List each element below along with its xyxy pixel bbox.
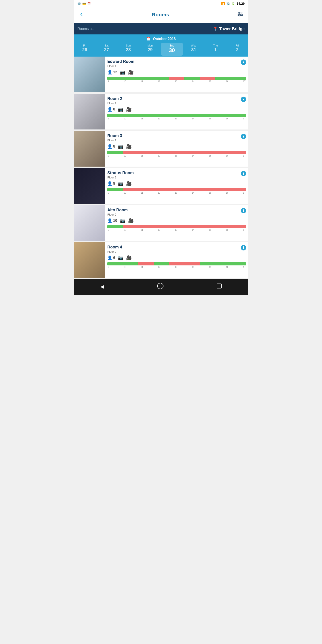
slot-label: 10 bbox=[124, 80, 126, 83]
slot-label: 9 bbox=[108, 229, 109, 231]
nav-home-icon bbox=[157, 283, 164, 289]
slot-label: 15 bbox=[209, 266, 211, 268]
day-num: 27 bbox=[96, 47, 117, 52]
info-button[interactable]: i bbox=[240, 96, 246, 104]
time-slot bbox=[184, 262, 200, 266]
time-slot bbox=[169, 188, 184, 191]
nav-back-button[interactable]: ◀ bbox=[96, 282, 109, 291]
day-cell-30[interactable]: Tue 30 bbox=[161, 43, 183, 56]
slot-label: 11 bbox=[141, 80, 143, 83]
slot-label: 13 bbox=[175, 266, 177, 268]
status-icons: ⚙️ 💳 ⏰ bbox=[77, 2, 91, 5]
day-cell-1[interactable]: Thu 1 bbox=[204, 43, 226, 56]
time-slot bbox=[200, 77, 215, 80]
capacity-number: 8 bbox=[113, 107, 115, 111]
time-slot bbox=[200, 262, 215, 266]
day-name: Thu bbox=[206, 44, 226, 47]
room-capacity: 👤 8 bbox=[107, 107, 115, 112]
info-button[interactable]: i bbox=[240, 245, 246, 252]
timeline-labels: 91011121314151617 bbox=[107, 80, 246, 83]
filter-button[interactable] bbox=[236, 10, 245, 20]
room-card-alto-room[interactable]: Alto Room Floor 2 👤 10 📷 🎥 9101112131415… bbox=[74, 205, 248, 241]
slot-label: 14 bbox=[192, 118, 194, 120]
slot-label: 12 bbox=[158, 118, 160, 120]
info-button[interactable]: i bbox=[240, 170, 246, 178]
room-card-edward-room[interactable]: Edward Room Floor 1 👤 12 📷 🎥 91011121314… bbox=[74, 56, 248, 92]
slot-label: 17 bbox=[243, 266, 246, 268]
time-slot bbox=[123, 77, 138, 80]
camera-amenity-icon: 🎥 bbox=[128, 70, 134, 75]
day-name: Wed bbox=[184, 44, 204, 47]
time-slot bbox=[123, 262, 138, 266]
room-name: Room 4 bbox=[107, 245, 246, 250]
room-details: Stratus Room Floor 2 👤 8 📷 🎥 91011121314… bbox=[105, 168, 248, 204]
days-row: Fri 26 Sat 27 Sun 28 Mon 29 Tue 30 Wed 3… bbox=[74, 43, 248, 56]
day-cell-27[interactable]: Sat 27 bbox=[96, 43, 118, 56]
timeline-container: 91011121314151617 bbox=[107, 188, 246, 194]
room-card-room-3[interactable]: Room 3 Floor 1 👤 8 📷 🎥 91011121314151617 bbox=[74, 131, 248, 166]
nav-square-icon bbox=[217, 284, 222, 288]
day-cell-28[interactable]: Sun 28 bbox=[118, 43, 139, 56]
room-capacity: 👤 8 bbox=[107, 181, 115, 186]
sim-icon: 💳 bbox=[82, 2, 86, 5]
day-cell-29[interactable]: Mon 29 bbox=[139, 43, 161, 56]
info-icon: i bbox=[240, 134, 246, 139]
room-image bbox=[74, 205, 105, 241]
svg-text:i: i bbox=[243, 209, 244, 212]
day-cell-26[interactable]: Fri 26 bbox=[74, 43, 96, 56]
nav-square-button[interactable] bbox=[212, 282, 226, 291]
svg-point-4 bbox=[241, 14, 242, 15]
room-card-room-4[interactable]: Room 4 Floor 2 👤 6 📷 🎥 91011121314151617 bbox=[74, 242, 248, 278]
slot-label: 14 bbox=[192, 154, 194, 157]
time-slot bbox=[230, 262, 246, 266]
day-cell-2[interactable]: Fri 2 bbox=[226, 43, 248, 56]
slot-label: 10 bbox=[124, 118, 126, 120]
capacity-number: 12 bbox=[113, 70, 117, 74]
signal-icon: 📡 bbox=[226, 2, 230, 5]
info-icon: i bbox=[240, 96, 246, 102]
camera-amenity-icon: 🎥 bbox=[126, 255, 132, 260]
back-button[interactable] bbox=[77, 10, 86, 19]
day-num: 31 bbox=[184, 47, 204, 52]
time-slot bbox=[184, 151, 200, 154]
info-button[interactable]: i bbox=[240, 134, 246, 141]
time-slot bbox=[154, 188, 169, 191]
info-button[interactable]: i bbox=[240, 59, 246, 66]
slot-label: 13 bbox=[175, 80, 177, 83]
room-name: Stratus Room bbox=[107, 170, 246, 175]
person-icon: 👤 bbox=[107, 255, 112, 260]
slot-label: 15 bbox=[209, 192, 211, 194]
slot-label: 10 bbox=[124, 154, 126, 157]
time-slot bbox=[169, 114, 184, 117]
time-slot bbox=[184, 225, 200, 228]
slot-label: 11 bbox=[141, 154, 143, 157]
person-icon: 👤 bbox=[107, 218, 112, 223]
room-card-room-2[interactable]: Room 2 Floor 1 👤 8 📷 🎥 91011121314151617 bbox=[74, 94, 248, 130]
day-cell-31[interactable]: Wed 31 bbox=[183, 43, 205, 56]
camera-amenity-icon: 🎥 bbox=[126, 144, 132, 149]
clock-icon: ⏰ bbox=[87, 2, 91, 5]
info-icon: i bbox=[240, 59, 246, 65]
room-capacity: 👤 12 bbox=[107, 70, 117, 75]
info-button[interactable]: i bbox=[240, 208, 246, 215]
back-icon bbox=[79, 12, 84, 17]
room-floor: Floor 2 bbox=[107, 176, 246, 179]
svg-text:i: i bbox=[243, 134, 244, 138]
time-slot bbox=[169, 77, 184, 80]
time-slot bbox=[215, 114, 230, 117]
room-card-stratus-room[interactable]: Stratus Room Floor 2 👤 8 📷 🎥 91011121314… bbox=[74, 168, 248, 204]
time-slot bbox=[154, 262, 169, 266]
slot-label: 16 bbox=[226, 118, 228, 120]
slot-label: 12 bbox=[158, 192, 160, 194]
person-icon: 👤 bbox=[107, 144, 112, 149]
location-bar[interactable]: Rooms at: 📍 Tower Bridge bbox=[74, 23, 248, 34]
time-slot bbox=[200, 188, 215, 191]
capacity-number: 10 bbox=[113, 219, 117, 223]
camera-amenity-icon: 🎥 bbox=[126, 107, 132, 112]
slot-label: 11 bbox=[141, 266, 143, 268]
time-slot bbox=[138, 262, 154, 266]
timeline-container: 91011121314151617 bbox=[107, 151, 246, 157]
slot-label: 13 bbox=[175, 192, 177, 194]
nav-home-button[interactable] bbox=[153, 282, 168, 292]
pin-icon: 📍 bbox=[213, 26, 218, 31]
